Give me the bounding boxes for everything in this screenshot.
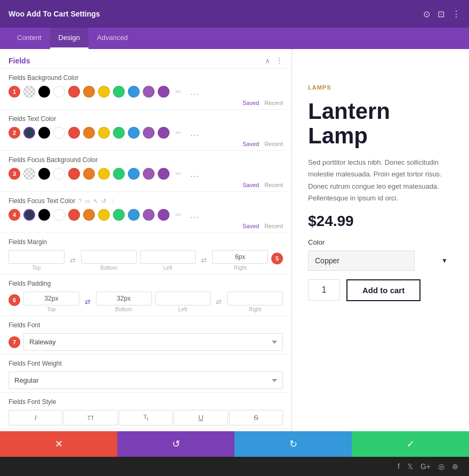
color-more-4[interactable]: … xyxy=(188,209,201,221)
color-blue-2[interactable] xyxy=(128,127,140,139)
collapse-icon[interactable]: ∧ xyxy=(265,57,270,65)
color-green-4[interactable] xyxy=(113,209,125,221)
color-pencil-2[interactable]: ✏ xyxy=(173,127,184,139)
caps-button[interactable]: Tt xyxy=(119,410,173,425)
save-icon: ✓ xyxy=(407,438,415,450)
color-purple2-4[interactable] xyxy=(158,209,169,221)
color-purple1-1[interactable] xyxy=(143,86,155,98)
color-purple1-3[interactable] xyxy=(143,168,155,180)
color-yellow-1[interactable] xyxy=(98,86,110,98)
color-pencil-3[interactable]: ✏ xyxy=(173,168,184,180)
color-white-2[interactable] xyxy=(53,127,65,139)
color-red-2[interactable] xyxy=(68,127,80,139)
color-selected-4[interactable] xyxy=(23,209,35,221)
padding-top-input[interactable] xyxy=(23,292,79,305)
fullscreen-icon[interactable]: ⊙ xyxy=(423,9,430,19)
underline-button[interactable]: U xyxy=(174,410,228,425)
color-transparent-3[interactable] xyxy=(23,168,35,180)
more-icon-4[interactable]: ⋮ xyxy=(109,198,115,205)
color-purple2-1[interactable] xyxy=(158,86,169,98)
margin-bottom-input[interactable] xyxy=(81,250,137,264)
italic-button[interactable]: I xyxy=(9,410,62,425)
padding-top-label: Top xyxy=(47,306,55,312)
mobile-icon-4[interactable]: ▭ xyxy=(85,198,90,205)
color-purple1-2[interactable] xyxy=(143,127,155,139)
badge-6: 6 xyxy=(9,294,20,306)
color-blue-3[interactable] xyxy=(128,168,140,180)
facebook-icon[interactable]: f xyxy=(398,462,400,471)
save-button[interactable]: ✓ xyxy=(352,431,469,457)
margin-top-input[interactable] xyxy=(9,250,64,264)
margin-left-group: Top ⇄ Bottom xyxy=(9,250,137,271)
padding-right-input[interactable] xyxy=(227,292,283,305)
color-white-1[interactable] xyxy=(53,86,65,98)
color-pencil-4[interactable]: ✏ xyxy=(173,209,184,221)
instagram-icon[interactable]: ◎ xyxy=(438,462,444,471)
color-red-4[interactable] xyxy=(68,209,80,221)
quantity-input[interactable] xyxy=(308,279,340,301)
color-red-3[interactable] xyxy=(68,168,80,180)
googleplus-icon[interactable]: G+ xyxy=(421,462,431,471)
help-icon-4[interactable]: ? xyxy=(78,198,82,204)
color-select[interactable]: Copper Silver Gold xyxy=(308,251,415,271)
section-more-icon[interactable]: ⋮ xyxy=(276,57,283,65)
color-green-2[interactable] xyxy=(113,127,125,139)
color-more-2[interactable]: … xyxy=(188,127,201,139)
color-orange-3[interactable] xyxy=(83,168,95,180)
color-blue-4[interactable] xyxy=(128,209,140,221)
color-black-1[interactable] xyxy=(38,86,50,98)
color-black-4[interactable] xyxy=(38,209,50,221)
padding-bottom-input[interactable] xyxy=(96,292,152,305)
fields-bg-color-label: Fields Background Color xyxy=(9,74,283,82)
more-icon[interactable]: ⋮ xyxy=(452,9,460,19)
cancel-button[interactable]: ✕ xyxy=(0,431,117,457)
undo-button[interactable]: ↺ xyxy=(117,431,234,457)
color-more-1[interactable]: … xyxy=(188,86,201,98)
color-yellow-2[interactable] xyxy=(98,127,110,139)
padding-left-input[interactable] xyxy=(155,292,211,305)
padding-left-wrap: Left xyxy=(155,292,211,312)
color-green-3[interactable] xyxy=(113,168,125,180)
fields-font-select[interactable]: Raleway Arial Georgia xyxy=(23,333,283,351)
cursor-icon-4[interactable]: ↖ xyxy=(93,198,98,205)
fields-text-color-swatches: 2 ✏ … xyxy=(9,127,283,139)
fields-font-weight-select[interactable]: Regular Bold Light xyxy=(9,372,283,389)
margin-left-input[interactable] xyxy=(140,250,196,264)
tab-content[interactable]: Content xyxy=(9,28,50,49)
undo-icon-4[interactable]: ↺ xyxy=(101,198,106,205)
saved-3: Saved xyxy=(242,182,259,188)
color-yellow-3[interactable] xyxy=(98,168,110,180)
color-orange-4[interactable] xyxy=(83,209,95,221)
add-to-cart-button[interactable]: Add to cart xyxy=(346,279,421,301)
saved-recent-3: Saved Recent xyxy=(9,182,283,188)
color-yellow-4[interactable] xyxy=(98,209,110,221)
color-white-3[interactable] xyxy=(53,168,65,180)
rss-icon[interactable]: ⊛ xyxy=(452,462,458,471)
color-white-4[interactable] xyxy=(53,209,65,221)
color-orange-2[interactable] xyxy=(83,127,95,139)
color-pencil-1[interactable]: ✏ xyxy=(173,86,184,98)
color-purple2-3[interactable] xyxy=(158,168,169,180)
color-purple1-4[interactable] xyxy=(143,209,155,221)
small-caps-button[interactable]: TT xyxy=(63,410,117,425)
color-more-3[interactable]: … xyxy=(188,168,201,180)
strikethrough-button[interactable]: S xyxy=(229,410,283,425)
layout-icon[interactable]: ⊡ xyxy=(438,9,444,19)
color-orange-1[interactable] xyxy=(83,86,95,98)
color-blue-1[interactable] xyxy=(128,86,140,98)
padding-bottom-label: Bottom xyxy=(115,306,132,312)
padding-top-wrap: Top xyxy=(23,292,79,312)
tab-advanced[interactable]: Advanced xyxy=(88,28,136,49)
redo-button[interactable]: ↻ xyxy=(234,431,352,457)
color-transparent-1[interactable] xyxy=(23,86,35,98)
twitter-icon[interactable]: 𝕏 xyxy=(407,462,413,471)
tab-design[interactable]: Design xyxy=(50,28,88,49)
color-red-1[interactable] xyxy=(68,86,80,98)
color-green-1[interactable] xyxy=(113,86,125,98)
color-black-3[interactable] xyxy=(38,168,50,180)
margin-right-input[interactable] xyxy=(212,250,268,264)
badge-2: 2 xyxy=(9,127,20,139)
color-selected-2[interactable] xyxy=(23,127,35,139)
color-black-2[interactable] xyxy=(38,127,50,139)
color-purple2-2[interactable] xyxy=(158,127,169,139)
